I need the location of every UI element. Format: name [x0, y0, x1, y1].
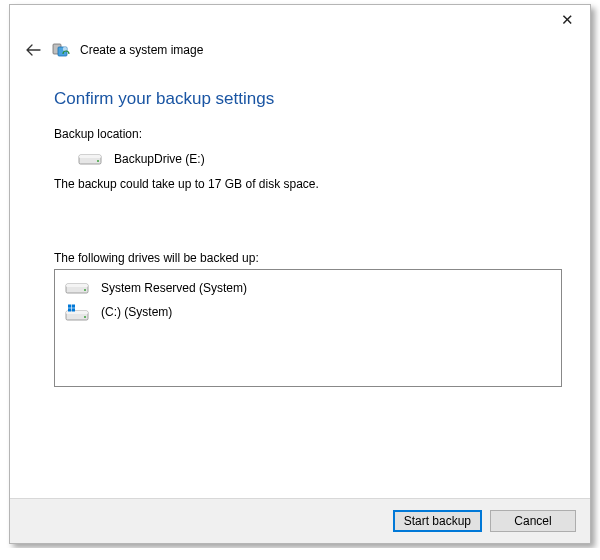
back-arrow-icon — [24, 43, 42, 57]
svg-point-11 — [84, 316, 86, 318]
drives-list: System Reserved (System) — [54, 269, 562, 387]
drives-list-label: The following drives will be backed up: — [54, 251, 562, 265]
window-close-button[interactable]: ✕ — [545, 5, 590, 33]
app-icon — [52, 41, 70, 59]
svg-point-5 — [97, 160, 99, 162]
svg-rect-4 — [79, 155, 101, 158]
drive-icon — [78, 151, 102, 167]
drive-name: System Reserved (System) — [101, 281, 247, 295]
list-item[interactable]: (C:) (System) — [63, 300, 553, 324]
drive-icon — [65, 280, 89, 296]
svg-rect-14 — [68, 308, 71, 311]
svg-rect-12 — [68, 305, 71, 308]
cancel-button[interactable]: Cancel — [490, 510, 576, 532]
svg-rect-15 — [72, 308, 75, 311]
list-item[interactable]: System Reserved (System) — [63, 276, 553, 300]
backup-location-value: BackupDrive (E:) — [114, 152, 205, 166]
window-title: Create a system image — [80, 43, 203, 57]
svg-rect-13 — [72, 305, 75, 308]
svg-point-8 — [84, 289, 86, 291]
start-backup-button[interactable]: Start backup — [393, 510, 482, 532]
system-image-window: ✕ Create a system image Confirm your bac… — [9, 4, 591, 544]
page-title: Confirm your backup settings — [54, 89, 562, 109]
close-icon: ✕ — [561, 12, 574, 27]
dialog-footer: Start backup Cancel — [10, 498, 590, 543]
backup-location-row: BackupDrive (E:) — [78, 151, 562, 167]
back-button[interactable] — [24, 43, 42, 57]
content-area: Confirm your backup settings Backup loca… — [10, 61, 590, 387]
svg-rect-7 — [66, 284, 88, 287]
window-header: Create a system image — [10, 5, 590, 61]
drive-name: (C:) (System) — [101, 305, 172, 319]
windows-drive-icon — [65, 304, 89, 320]
backup-location-label: Backup location: — [54, 127, 562, 141]
backup-size-note: The backup could take up to 17 GB of dis… — [54, 177, 562, 191]
